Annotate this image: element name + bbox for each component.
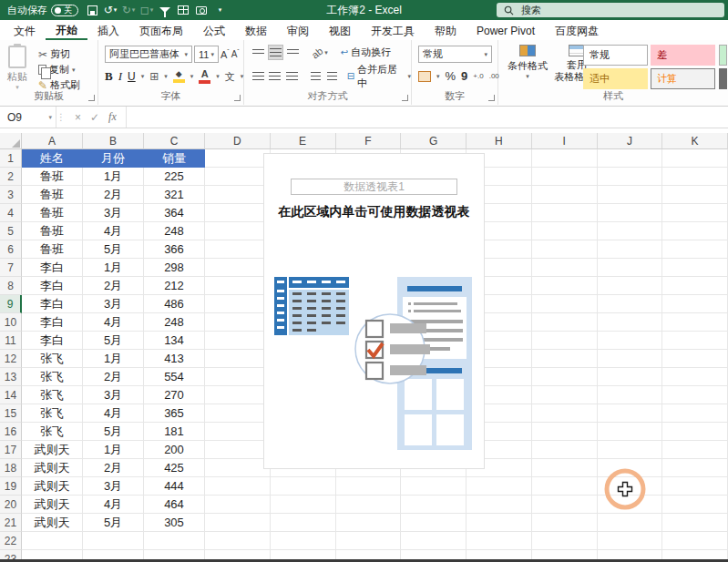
tab-公式[interactable]: 公式 — [193, 20, 235, 40]
cell-F20[interactable] — [336, 496, 402, 514]
cell-K20[interactable] — [662, 496, 728, 514]
cell-D11[interactable] — [205, 332, 271, 350]
cell-D21[interactable] — [205, 514, 271, 532]
undo-button[interactable]: ↺▾ — [102, 2, 118, 18]
cell-E21[interactable] — [271, 514, 336, 532]
cell-A17[interactable]: 武则天 — [22, 441, 83, 459]
cell-J15[interactable] — [598, 404, 663, 423]
style-gallery-scroll[interactable] — [719, 68, 727, 89]
cell-B8[interactable]: 2月 — [83, 277, 144, 295]
paste-button[interactable]: 粘贴 ▾ — [7, 46, 27, 91]
column-header-B[interactable]: B — [83, 133, 144, 149]
cell-I14[interactable] — [532, 386, 598, 404]
cell-D16[interactable] — [205, 423, 271, 441]
cell-I19[interactable] — [532, 477, 598, 496]
cell-B13[interactable]: 2月 — [83, 368, 144, 386]
cell-J3[interactable] — [598, 186, 663, 204]
cell-C15[interactable]: 365 — [144, 404, 205, 423]
cell-J16[interactable] — [598, 423, 663, 441]
pivot-table-placeholder[interactable]: 数据透视表1 在此区域内单击可使用数据透视表 — [263, 153, 485, 469]
font-size-select[interactable]: 11▾ — [194, 46, 219, 63]
cell-C18[interactable]: 425 — [144, 459, 205, 477]
increase-decimal-button[interactable]: +.0 — [473, 72, 483, 80]
cell-K6[interactable] — [662, 240, 728, 259]
cell-K10[interactable] — [662, 313, 728, 332]
cell-C14[interactable]: 270 — [144, 386, 205, 404]
cell-J5[interactable] — [598, 222, 663, 240]
cell-E20[interactable] — [271, 496, 336, 514]
cell-D9[interactable] — [205, 295, 271, 313]
decrease-font-button[interactable]: Aˇ — [231, 48, 240, 59]
cell-B16[interactable]: 5月 — [83, 423, 144, 441]
tab-开始[interactable]: 开始 — [46, 20, 87, 40]
select-all-corner[interactable] — [0, 133, 22, 149]
cell-C13[interactable]: 554 — [144, 368, 205, 386]
column-header-A[interactable]: A — [22, 133, 83, 149]
cell-C5[interactable]: 248 — [144, 222, 205, 240]
cell-K11[interactable] — [662, 332, 728, 350]
cell-A19[interactable]: 武则天 — [22, 477, 83, 496]
cell-A20[interactable]: 武则天 — [22, 496, 83, 514]
cell-J17[interactable] — [598, 441, 663, 459]
cell-I22[interactable] — [532, 532, 598, 550]
merge-center-button[interactable]: ⊟合并后居中▾ — [347, 68, 411, 84]
cell-D15[interactable] — [205, 404, 271, 423]
tab-页面布局[interactable]: 页面布局 — [129, 20, 193, 40]
cell-D3[interactable] — [205, 186, 271, 204]
cell-D8[interactable] — [205, 277, 271, 295]
number-dialog-launcher[interactable] — [488, 95, 495, 101]
bold-button[interactable]: B — [105, 69, 113, 84]
cell-C21[interactable]: 305 — [144, 514, 205, 532]
increase-indent-button[interactable] — [324, 68, 339, 84]
cell-K9[interactable] — [662, 295, 728, 313]
row-header-22[interactable]: 22 — [0, 532, 22, 550]
cell-C4[interactable]: 364 — [144, 204, 205, 222]
cancel-entry-button[interactable]: × — [75, 111, 81, 124]
cell-B17[interactable]: 1月 — [83, 441, 144, 459]
row-header-16[interactable]: 16 — [0, 423, 22, 441]
cell-J10[interactable] — [598, 313, 663, 332]
cell-J2[interactable] — [598, 168, 663, 186]
cell-B2[interactable]: 1月 — [83, 168, 144, 186]
column-header-E[interactable]: E — [271, 133, 336, 149]
increase-font-button[interactable]: Aˆ — [220, 48, 230, 60]
cell-K5[interactable] — [662, 222, 728, 240]
cell-D7[interactable] — [205, 259, 271, 277]
cell-D12[interactable] — [205, 350, 271, 368]
cell-C9[interactable]: 486 — [144, 295, 205, 313]
underline-button[interactable]: U — [128, 70, 136, 83]
cell-C19[interactable]: 444 — [144, 477, 205, 496]
row-header-17[interactable]: 17 — [0, 441, 22, 459]
align-top-button[interactable] — [251, 45, 266, 60]
cell-B7[interactable]: 1月 — [83, 259, 144, 277]
cell-D19[interactable] — [205, 477, 271, 496]
cell-style-计算[interactable]: 计算 — [651, 68, 715, 89]
cell-B5[interactable]: 4月 — [83, 222, 144, 240]
alignment-dialog-launcher[interactable] — [402, 95, 408, 101]
cell-D13[interactable] — [205, 368, 271, 386]
cell-G21[interactable] — [401, 514, 467, 532]
cell-B6[interactable]: 5月 — [83, 240, 144, 259]
cell-I2[interactable] — [532, 168, 598, 186]
font-color-button[interactable]: A — [199, 69, 210, 84]
cell-J19[interactable] — [598, 477, 663, 496]
cell-I5[interactable] — [532, 222, 598, 240]
cell-A16[interactable]: 张飞 — [22, 423, 83, 441]
cell-D18[interactable] — [205, 459, 271, 477]
cell-J18[interactable] — [598, 459, 663, 477]
cell-A6[interactable]: 鲁班 — [22, 240, 83, 259]
cell-K21[interactable] — [662, 514, 728, 532]
cell-K17[interactable] — [662, 441, 728, 459]
cell-F22[interactable] — [336, 532, 402, 550]
cell-A11[interactable]: 李白 — [22, 332, 83, 350]
phonetic-button[interactable]: 文 — [225, 70, 235, 84]
cell-B18[interactable]: 2月 — [83, 459, 144, 477]
cell-C12[interactable]: 413 — [144, 350, 205, 368]
redo-button[interactable]: ↻▾ — [120, 2, 137, 18]
cell-K13[interactable] — [662, 368, 728, 386]
cell-C7[interactable]: 298 — [144, 259, 205, 277]
cell-K1[interactable] — [662, 149, 728, 168]
accounting-dropdown[interactable]: ▾ — [436, 73, 440, 80]
row-header-2[interactable]: 2 — [0, 168, 22, 186]
formula-bar-handle[interactable]: ⋮ — [56, 107, 66, 128]
